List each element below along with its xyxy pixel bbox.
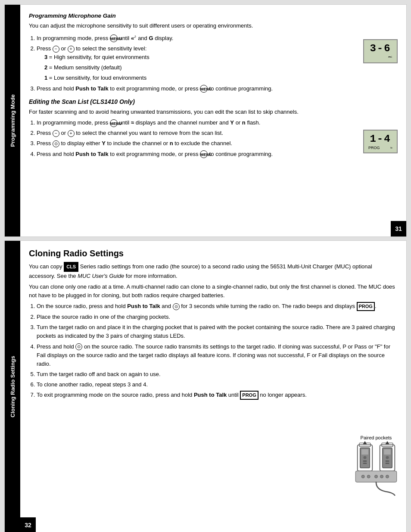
ptt-bold-3: Push to Talk (127, 303, 160, 309)
side-tab-programming: Programming Mode (5, 5, 20, 236)
cloning-title: Cloning Radio Settings (29, 249, 398, 258)
side-tab-cloning: Cloning Radio Settings (5, 241, 20, 532)
svg-point-17 (361, 475, 364, 478)
sensitivity-list: 3 = High sensitivity, for quiet environm… (44, 53, 398, 82)
step2-4: Press and hold Push to Talk to exit prog… (37, 150, 398, 159)
page-32: Cloning Radio Settings Cloning Radio Set… (4, 240, 407, 532)
menu-icon-4: MENU (200, 150, 208, 158)
charger-diagram: Paired pockets (350, 435, 402, 498)
section2-intro: For faster scanning and to avoid hearing… (29, 108, 398, 116)
menu-icon-3: MENU (110, 119, 118, 127)
lcd-display-1: 3-6 ᵐᶜ (363, 39, 398, 63)
menu-icon-2: MENU (200, 85, 208, 93)
cloning-intro2: You can clone only one radio at a time. … (29, 283, 398, 299)
page-number-31: 31 (391, 221, 406, 236)
section2-title: Editing the Scan List (CLS1410 Only) (29, 98, 398, 105)
ptt-bold-2: Push to Talk (75, 151, 108, 157)
lcd-display-2: 1-4 PROG≈ (363, 130, 398, 153)
svg-rect-13 (386, 463, 389, 464)
mon-btn-2[interactable]: ⊙ (173, 303, 180, 310)
minus-btn-1[interactable]: − (53, 46, 59, 53)
cloning-intro1: You can copy CLS Series radio settings f… (29, 262, 398, 280)
content-page31: 3-6 ᵐᶜ Programming Microphone Gain You c… (20, 5, 406, 236)
svg-rect-3 (361, 449, 368, 454)
svg-point-21 (386, 475, 389, 478)
clone-step-7: To exit programming mode on the source r… (37, 391, 398, 400)
section1-title: Programming Microphone Gain (29, 12, 398, 19)
charger-svg (352, 441, 400, 497)
section1-steps: In programming mode, press MENU until «♪… (37, 33, 398, 93)
step1-2: Press − or + to select the sensitivity l… (37, 44, 398, 83)
step2-2: Press − or + to select the channel you w… (37, 129, 398, 137)
svg-marker-15 (386, 441, 389, 444)
page-number-32: 32 (20, 517, 36, 532)
page-wrapper: Programming Mode 3-6 ᵐᶜ Programming Micr… (0, 0, 411, 532)
minus-btn-2[interactable]: − (53, 130, 59, 137)
mon-btn-3[interactable]: ⊙ (75, 343, 82, 350)
step1-3: Press and hold Push to Talk to exit prog… (37, 84, 398, 93)
sensitivity-low: 1 = Low sensitivity, for loud environmen… (44, 74, 398, 82)
svg-rect-6 (363, 463, 367, 464)
prog-badge-2: PROG (240, 391, 258, 400)
section2-steps: In programming mode, press MENU until ≈ … (37, 118, 398, 159)
svg-point-19 (375, 475, 378, 478)
content-page32: Cloning Radio Settings You can copy CLS … (20, 241, 406, 532)
cls-logo: CLS (64, 262, 78, 272)
svg-point-11 (386, 456, 389, 459)
sensitivity-high: 3 = High sensitivity, for quiet environm… (44, 53, 398, 62)
svg-rect-10 (384, 449, 391, 454)
mon-btn-1[interactable]: ⊙ (53, 140, 59, 147)
ptt-bold-4: Push to Talk (194, 392, 227, 398)
section1-intro: You can adjust the microphone sensitivit… (29, 22, 398, 30)
clone-step-3: Turn the target radio on and place it in… (37, 323, 398, 340)
svg-point-18 (367, 475, 370, 478)
muc-guide-italic: MUC User's Guide (78, 273, 124, 279)
step2-1: In programming mode, press MENU until ≈ … (37, 118, 398, 127)
svg-point-20 (380, 475, 383, 478)
svg-rect-12 (386, 460, 389, 462)
plus-btn-1[interactable]: + (68, 46, 75, 53)
clone-step-4: Press and hold ⊙ on the source radio. Th… (37, 342, 398, 368)
sensitivity-medium: 2 = Medium sensitivity (default) (44, 63, 398, 72)
paired-label: Paired pockets (350, 435, 402, 440)
svg-marker-14 (363, 441, 367, 444)
clone-step-5: Turn the target radio off and back on ag… (37, 370, 398, 379)
step2-3: Press ⊙ to display either Y to include t… (37, 139, 398, 148)
plus-btn-2[interactable]: + (68, 130, 75, 137)
ptt-bold-1: Push to Talk (75, 85, 108, 92)
step1-1: In programming mode, press MENU until «♪… (37, 33, 398, 43)
svg-rect-5 (363, 460, 367, 462)
clone-step-2: Place the source radio in one of the cha… (37, 313, 398, 321)
svg-point-4 (364, 456, 367, 459)
clone-step-6: To clone another radio, repeat steps 3 a… (37, 380, 398, 389)
clone-step-1: On the source radio, press and hold Push… (37, 302, 398, 311)
cloning-steps: On the source radio, press and hold Push… (37, 302, 398, 400)
prog-badge-1: PROG (357, 302, 375, 311)
page-31: Programming Mode 3-6 ᵐᶜ Programming Micr… (4, 4, 407, 237)
menu-icon-1: MENU (110, 34, 118, 42)
